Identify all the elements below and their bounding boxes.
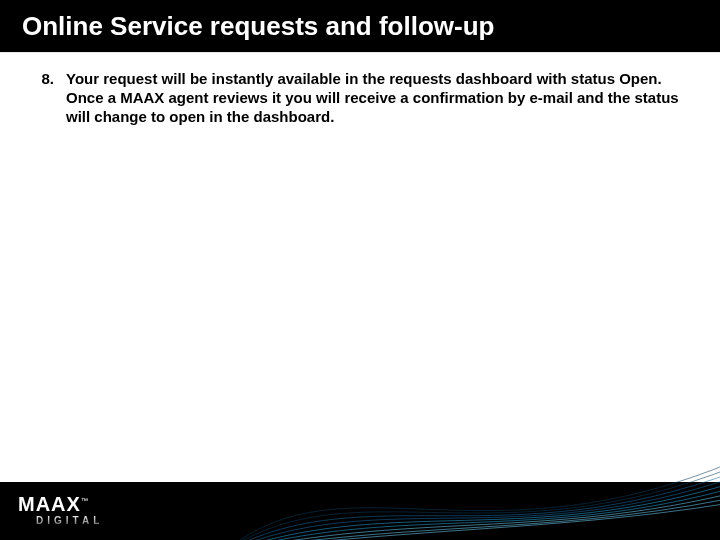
content-area: 8. Your request will be instantly availa… [0,53,720,482]
brand-logo-text: MAAX [18,493,81,515]
wave-line [240,486,720,540]
title-bar: Online Service requests and follow-up [0,0,720,52]
slide: Online Service requests and follow-up 8.… [0,0,720,540]
footer: MAAX™ DIGITAL [0,482,720,540]
wave-line [240,474,720,540]
list-item: 8. Your request will be instantly availa… [38,69,690,127]
list-number: 8. [38,69,54,127]
brand-logo-sub: DIGITAL [18,516,138,526]
slide-title: Online Service requests and follow-up [22,11,494,42]
wave-line [240,480,720,540]
brand-logo: MAAX™ DIGITAL [18,488,138,532]
list-body: Your request will be instantly available… [66,69,690,127]
wave-line [240,498,720,540]
brand-logo-main: MAAX™ [18,494,138,514]
trademark-icon: ™ [81,497,88,504]
wave-line [240,492,720,540]
